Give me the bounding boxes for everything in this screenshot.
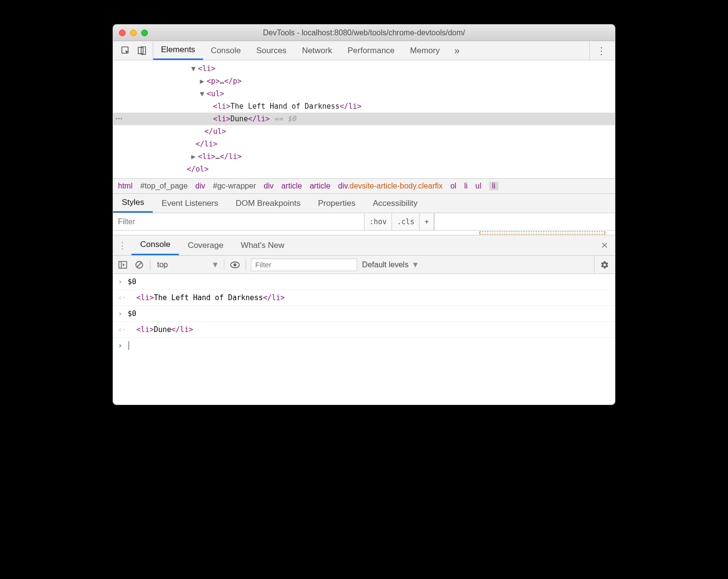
devtools-window: DevTools - localhost:8080/web/tools/chro…	[113, 24, 615, 405]
dom-line[interactable]: ▼<ul>	[113, 87, 615, 100]
crumb[interactable]: div.devsite-article-body.clearfix	[338, 182, 442, 190]
dom-breadcrumb: html #top_of_page div #gc-wrapper div ar…	[113, 178, 615, 194]
crumb[interactable]: article	[310, 182, 331, 190]
console-output-line[interactable]: ‹· <li>The Left Hand of Darkness</li>	[113, 290, 615, 306]
close-icon[interactable]	[119, 29, 126, 36]
drawer-tab-coverage[interactable]: Coverage	[179, 235, 232, 255]
main-toolbar: Elements Console Sources Network Perform…	[113, 41, 615, 60]
crumb[interactable]: #gc-wrapper	[213, 182, 256, 190]
drawer-tab-console[interactable]: Console	[131, 235, 179, 255]
crumb[interactable]: ol	[451, 182, 456, 190]
dom-line[interactable]: ▶<li>…</li>	[113, 150, 615, 163]
drawer-menu-icon[interactable]: ⋮	[113, 240, 131, 251]
output-chevron-icon: ‹·	[118, 324, 128, 335]
drawer-tabrow: ⋮ Console Coverage What's New ✕	[113, 235, 615, 256]
toolbar-left-icons	[115, 41, 153, 60]
console-output[interactable]: › $0 ‹· <li>The Left Hand of Darkness</l…	[113, 274, 615, 405]
context-label: top	[157, 261, 168, 269]
console-output-line[interactable]: ‹· <li>Dune</li>	[113, 322, 615, 338]
input-chevron-icon: ›	[118, 276, 128, 288]
styles-filter-input[interactable]	[113, 213, 364, 230]
console-input-line[interactable]: › $0	[113, 274, 615, 290]
console-settings-icon[interactable]	[594, 256, 611, 274]
svg-line-6	[137, 262, 142, 267]
zoom-icon[interactable]	[141, 29, 148, 36]
tab-sources[interactable]: Sources	[248, 41, 294, 60]
console-filter-input[interactable]	[251, 259, 357, 271]
crumb[interactable]: div	[195, 182, 205, 190]
dom-line[interactable]: </ul>	[113, 125, 615, 138]
dom-line[interactable]: ▶<p>…</p>	[113, 75, 615, 87]
hov-button[interactable]: :hov	[364, 213, 392, 230]
box-model-preview	[480, 232, 605, 234]
tab-styles[interactable]: Styles	[113, 194, 153, 213]
dom-line-selected[interactable]: <li>Dune</li> == $0	[113, 113, 615, 125]
text-cursor	[129, 341, 129, 350]
crumb[interactable]: #top_of_page	[140, 182, 188, 190]
inspect-icon[interactable]	[119, 44, 132, 58]
tab-elements[interactable]: Elements	[153, 41, 203, 60]
tab-event-listeners[interactable]: Event Listeners	[153, 194, 227, 213]
tab-overflow-icon[interactable]: »	[448, 45, 466, 56]
crumb[interactable]: li	[464, 182, 467, 190]
tab-properties[interactable]: Properties	[309, 194, 364, 213]
live-expression-icon[interactable]	[229, 259, 241, 271]
styles-body	[113, 231, 615, 235]
tab-dom-breakpoints[interactable]: DOM Breakpoints	[227, 194, 309, 213]
log-levels-selector[interactable]: Default levels ▼	[362, 261, 419, 269]
console-toolbar: top ▼ Default levels ▼	[113, 256, 615, 274]
svg-rect-1	[138, 47, 143, 54]
crumb[interactable]: html	[118, 182, 132, 190]
main-tabs: Elements Console Sources Network Perform…	[153, 41, 589, 60]
chevron-down-icon: ▼	[211, 261, 219, 269]
console-input-line[interactable]: › $0	[113, 306, 615, 322]
window-title: DevTools - localhost:8080/web/tools/chro…	[113, 29, 615, 37]
elements-panel[interactable]: ▼<li> ▶<p>…</p> ▼<ul> <li>The Left Hand …	[113, 60, 615, 178]
styles-tabrow: Styles Event Listeners DOM Breakpoints P…	[113, 194, 615, 213]
device-toolbar-icon[interactable]	[135, 44, 149, 58]
tab-accessibility[interactable]: Accessibility	[364, 194, 426, 213]
cls-button[interactable]: .cls	[392, 213, 420, 230]
crumb[interactable]: div	[264, 182, 274, 190]
prompt-chevron-icon: ›	[118, 340, 128, 351]
console-sidebar-icon[interactable]	[117, 259, 129, 271]
new-style-button[interactable]: +	[420, 213, 434, 230]
output-chevron-icon: ‹·	[118, 292, 128, 304]
titlebar: DevTools - localhost:8080/web/tools/chro…	[113, 25, 615, 41]
input-chevron-icon: ›	[118, 308, 128, 319]
tab-network[interactable]: Network	[294, 41, 340, 60]
styles-filter-row: :hov .cls +	[113, 213, 615, 231]
svg-rect-0	[122, 47, 128, 53]
clear-console-icon[interactable]	[133, 259, 145, 271]
console-prompt[interactable]: ›	[113, 338, 615, 353]
dom-line[interactable]: <li>The Left Hand of Darkness</li>	[113, 100, 615, 113]
dom-line[interactable]: </li>	[113, 138, 615, 150]
drawer-tab-whatsnew[interactable]: What's New	[232, 235, 293, 255]
traffic-lights	[119, 29, 148, 36]
chevron-down-icon: ▼	[411, 261, 419, 269]
context-selector[interactable]: top ▼	[155, 261, 219, 269]
svg-point-8	[233, 263, 236, 266]
drawer-close-icon[interactable]: ✕	[594, 240, 615, 251]
settings-menu-icon[interactable]: ⋮	[589, 41, 613, 60]
dom-line[interactable]: </ol>	[113, 163, 615, 175]
crumb-active[interactable]: li	[489, 182, 498, 190]
minimize-icon[interactable]	[130, 29, 137, 36]
dom-line[interactable]: ▼<li>	[113, 62, 615, 75]
tab-performance[interactable]: Performance	[340, 41, 402, 60]
crumb[interactable]: ul	[475, 182, 481, 190]
crumb[interactable]: article	[281, 182, 302, 190]
tab-console[interactable]: Console	[203, 41, 248, 60]
tab-memory[interactable]: Memory	[402, 41, 447, 60]
